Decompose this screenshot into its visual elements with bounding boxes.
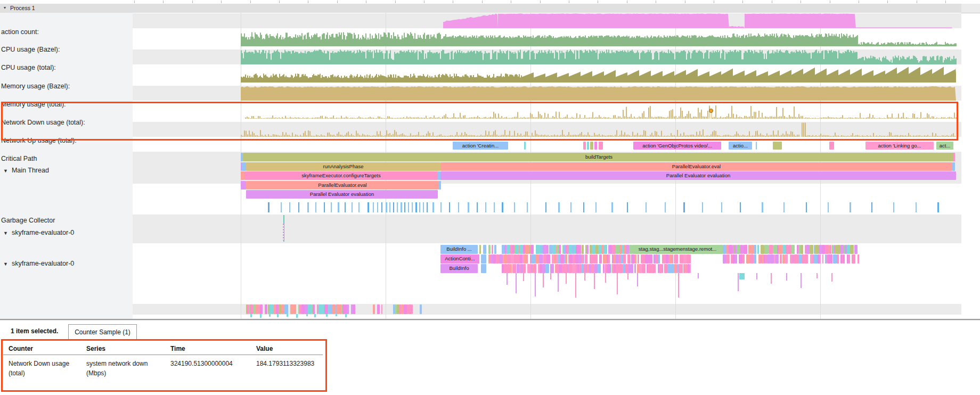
cluster-span[interactable]	[420, 305, 422, 314]
cpu-heavy-child-tick[interactable]	[306, 314, 308, 316]
cluster-span[interactable]	[728, 254, 730, 264]
sidebar-item-critical-path[interactable]: Critical Path	[1, 155, 37, 162]
gc-event-tick[interactable]	[683, 202, 685, 212]
gc-event-tick[interactable]	[427, 202, 428, 212]
cluster-span[interactable]	[353, 305, 355, 314]
gc-event-tick[interactable]	[345, 202, 346, 212]
sidebar-item-memory-usage-total[interactable]: Memory usage (total):	[1, 101, 66, 108]
timeline-ruler[interactable]	[0, 0, 980, 4]
gc-event-tick[interactable]	[893, 202, 894, 212]
cpu-heavy-child-tick[interactable]	[277, 314, 279, 317]
cluster-span[interactable]	[775, 254, 779, 264]
evaluator-child-tick[interactable]	[575, 273, 576, 298]
evaluator-child-tick[interactable]	[605, 273, 606, 283]
cluster-span[interactable]	[572, 264, 576, 273]
sidebar-item-main-thread[interactable]: ▼Main Thread	[3, 167, 49, 174]
gc-event-tick[interactable]	[477, 202, 478, 212]
cpu-heavy-child-tick[interactable]	[326, 314, 328, 317]
evaluator-child-tick[interactable]	[523, 273, 524, 281]
cluster-span[interactable]	[548, 245, 549, 254]
collapse-arrow-icon[interactable]: ▾	[4, 5, 6, 10]
gc-event-tick[interactable]	[281, 202, 282, 212]
cluster-span[interactable]	[655, 264, 656, 273]
gc-event-tick[interactable]	[702, 202, 703, 212]
gc-event-tick[interactable]	[373, 202, 374, 212]
gc-event-tick[interactable]	[423, 202, 424, 212]
cluster-span[interactable]	[814, 254, 818, 264]
cluster-span[interactable]	[850, 245, 854, 254]
cluster-span[interactable]	[552, 245, 556, 254]
net-down-chart[interactable]	[245, 105, 957, 119]
evaluator-child-tick[interactable]	[698, 273, 699, 278]
evaluator-child-tick[interactable]	[786, 273, 787, 281]
evaluator-sliver[interactable]	[479, 245, 481, 254]
cluster-span[interactable]	[560, 254, 564, 264]
critical-path-span-act-[interactable]: act...	[936, 142, 953, 150]
gc-event-tick[interactable]	[611, 202, 613, 212]
cluster-span[interactable]	[603, 264, 605, 273]
gc-event-tick[interactable]	[871, 202, 872, 212]
cpu-heavy-child-tick[interactable]	[336, 314, 337, 316]
gc-event-tick[interactable]	[595, 202, 597, 212]
evaluator-child-tick[interactable]	[535, 273, 536, 297]
cluster-span[interactable]	[804, 254, 808, 264]
cluster-span[interactable]	[565, 254, 567, 264]
cluster-span[interactable]	[515, 245, 519, 254]
gc-event-tick[interactable]	[665, 202, 666, 212]
main-thread-span[interactable]	[242, 162, 246, 171]
critical-path-span[interactable]	[524, 142, 526, 150]
cluster-span[interactable]	[587, 245, 589, 254]
gc-event-tick[interactable]	[806, 202, 807, 212]
cluster-span[interactable]	[527, 254, 528, 264]
cluster-span[interactable]	[525, 245, 529, 254]
cluster-span[interactable]	[635, 254, 636, 264]
cluster-span[interactable]	[592, 245, 595, 254]
gc-event-tick[interactable]	[828, 202, 829, 212]
cluster-span[interactable]	[690, 254, 691, 264]
action-count-chart[interactable]	[443, 13, 952, 28]
cluster-span[interactable]	[559, 245, 561, 254]
cluster-span[interactable]	[610, 264, 611, 273]
cluster-span[interactable]	[377, 305, 380, 314]
mem-total-chart[interactable]	[241, 86, 956, 101]
cluster-span[interactable]	[833, 254, 837, 264]
evaluator-child-tick[interactable]	[771, 273, 772, 284]
cpu-heavy-child-tick[interactable]	[314, 314, 316, 317]
cluster-span[interactable]	[260, 305, 263, 314]
gc-event-tick[interactable]	[377, 202, 378, 212]
critical-path-span[interactable]	[590, 142, 593, 150]
cluster-span[interactable]	[820, 254, 821, 264]
cluster-span[interactable]	[761, 245, 764, 254]
cluster-span[interactable]	[638, 254, 639, 264]
evaluator-child-tick[interactable]	[627, 273, 628, 279]
cluster-span[interactable]	[769, 245, 773, 254]
cluster-span[interactable]	[499, 254, 503, 264]
cluster-span[interactable]	[690, 264, 691, 273]
gc-event-tick[interactable]	[468, 202, 469, 212]
cluster-span[interactable]	[373, 305, 375, 314]
cluster-span[interactable]	[681, 264, 683, 273]
evaluator-span-staging[interactable]: stag,stag...stagemenstage.remot...	[632, 245, 723, 254]
cluster-span[interactable]	[742, 254, 745, 264]
cpu-total-chart[interactable]	[241, 50, 957, 64]
cluster-span[interactable]	[568, 264, 572, 273]
cluster-span[interactable]	[576, 245, 579, 254]
cluster-span[interactable]	[825, 245, 829, 254]
cluster-span[interactable]	[634, 264, 636, 273]
cluster-span[interactable]	[754, 245, 756, 254]
gc-event-tick[interactable]	[449, 202, 450, 212]
cluster-span[interactable]	[599, 254, 602, 264]
cluster-span[interactable]	[535, 254, 539, 264]
evaluator-sliver[interactable]	[483, 245, 486, 254]
main-thread-span-skyframeexecutor-configuretargets[interactable]: skyframeExecutor.configureTargets	[244, 171, 438, 180]
cluster-span[interactable]	[523, 264, 526, 273]
timeline-canvas[interactable]: action 'Creatin...action 'GenObjcProtos …	[133, 13, 961, 319]
cluster-span[interactable]	[645, 254, 649, 264]
main-thread-span-parallel-evaluator-evaluation[interactable]: Parallel Evaluator evaluation	[246, 190, 438, 199]
cluster-span[interactable]	[837, 254, 839, 264]
gc-event-tick[interactable]	[514, 202, 515, 212]
cluster-span[interactable]	[737, 245, 740, 254]
collapse-arrow-icon[interactable]: ▼	[3, 231, 8, 236]
cluster-span[interactable]	[534, 264, 536, 273]
collapse-arrow-icon[interactable]: ▼	[3, 168, 8, 174]
